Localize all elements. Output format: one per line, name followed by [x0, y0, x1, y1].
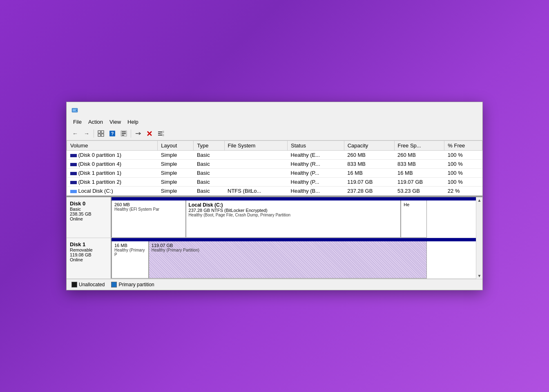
menu-file[interactable]: File: [70, 118, 85, 126]
maximize-button[interactable]: [450, 105, 463, 115]
partition-size: 16 MB: [114, 243, 146, 248]
col-volume[interactable]: Volume: [67, 141, 158, 151]
partition-name: Local Disk (C:): [189, 202, 398, 208]
title-controls: [435, 105, 478, 115]
svg-rect-12: [122, 135, 124, 136]
table-row[interactable]: Local Disk (C:) Simple Basic NTFS (BitLo…: [67, 187, 482, 196]
col-status[interactable]: Status: [288, 141, 344, 151]
disk-type: Removable: [70, 247, 107, 252]
scroll-down-arrow[interactable]: ▼: [477, 273, 482, 279]
menu-action[interactable]: Action: [85, 118, 106, 126]
cell-type: Basic: [194, 187, 224, 196]
cell-capacity: 833 MB: [344, 160, 394, 169]
disk-row-0: Disk 0 Basic 238.35 GB Online260 MB Heal…: [67, 197, 482, 238]
help-button[interactable]: ?: [107, 129, 118, 138]
help-icon: ?: [109, 130, 116, 137]
cell-type: Basic: [194, 151, 224, 160]
cell-free: 833 MB: [394, 160, 444, 169]
disk-header-bar: [112, 197, 482, 200]
table-row[interactable]: (Disk 1 partition 2) Simple Basic Health…: [67, 178, 482, 187]
disk-header-bar: [112, 238, 482, 241]
svg-rect-17: [161, 133, 162, 134]
svg-rect-18: [163, 134, 164, 136]
col-layout[interactable]: Layout: [158, 141, 194, 151]
svg-rect-4: [101, 131, 104, 133]
settings-icon: [158, 130, 164, 137]
menu-view[interactable]: View: [106, 118, 124, 126]
partition-detail: Healthy (Primary P: [114, 248, 146, 257]
toolbar-separator-1: [94, 129, 94, 138]
disk-label-0: Disk 0 Basic 238.35 GB Online: [67, 197, 112, 238]
main-content: Volume Layout Type File System Status Ca…: [67, 140, 482, 290]
col-type[interactable]: Type: [194, 141, 224, 151]
cell-capacity: 119.07 GB: [344, 178, 394, 187]
cell-filesystem: [224, 178, 288, 187]
partition-1-0[interactable]: 16 MB Healthy (Primary P: [112, 241, 149, 278]
cell-capacity: 237.28 GB: [344, 187, 394, 196]
delete-button[interactable]: [144, 129, 155, 138]
cell-pct-free: 100 %: [444, 160, 482, 169]
scroll-up-arrow[interactable]: ▲: [477, 197, 482, 203]
close-button[interactable]: [464, 105, 478, 115]
view-icon: [98, 130, 104, 137]
cell-volume: (Disk 0 partition 4): [67, 160, 158, 169]
legend-unallocated-label: Unallocated: [79, 282, 105, 287]
partition-detail: Healthy (EFI System Par: [114, 207, 183, 212]
partition-0-1[interactable]: Local Disk (C:) 237.28 GB NTFS (BitLocke…: [186, 200, 401, 238]
view-button[interactable]: [96, 129, 106, 138]
properties-button[interactable]: [118, 129, 129, 138]
legend-unallocated-box: [71, 282, 77, 287]
menu-help[interactable]: Help: [124, 118, 142, 126]
cell-status: Healthy (P...: [288, 169, 344, 178]
cell-layout: Simple: [158, 151, 194, 160]
table-row[interactable]: (Disk 0 partition 1) Simple Basic Health…: [67, 151, 482, 160]
disk-row-1: Disk 1 Removable 119.08 GB Online16 MB H…: [67, 238, 482, 279]
disk-area: Disk 0 Basic 238.35 GB Online260 MB Heal…: [67, 196, 482, 279]
legend-primary: Primary partition: [111, 282, 154, 287]
cell-layout: Simple: [158, 160, 194, 169]
disk-management-icon: [71, 107, 78, 114]
legend-primary-label: Primary partition: [118, 282, 154, 287]
svg-text:?: ?: [111, 131, 114, 136]
table-row[interactable]: (Disk 0 partition 4) Simple Basic Health…: [67, 160, 482, 169]
col-pct-free[interactable]: % Free: [444, 141, 482, 151]
cell-pct-free: 100 %: [444, 178, 482, 187]
svg-rect-3: [98, 131, 100, 133]
volume-icon: [70, 154, 77, 157]
cell-pct-free: 100 %: [444, 169, 482, 178]
cell-free: 16 MB: [394, 169, 444, 178]
toolbar: ← → ?: [67, 127, 482, 140]
col-capacity[interactable]: Capacity: [344, 141, 394, 151]
cell-pct-free: 100 %: [444, 151, 482, 160]
cell-status: Healthy (E...: [288, 151, 344, 160]
minimize-button[interactable]: [435, 105, 448, 115]
settings-button[interactable]: [156, 129, 166, 138]
volume-table-wrapper: Volume Layout Type File System Status Ca…: [67, 140, 482, 196]
properties-icon: [121, 130, 127, 137]
disk-name: Disk 1: [70, 241, 107, 247]
cell-capacity: 260 MB: [344, 151, 394, 160]
svg-rect-5: [98, 134, 100, 136]
partition-1-1[interactable]: 119.07 GB Healthy (Primary Partition): [149, 241, 427, 278]
toolbar-separator-2: [131, 129, 131, 138]
col-free[interactable]: Free Sp...: [394, 141, 444, 151]
forward-button[interactable]: →: [81, 129, 92, 138]
connect-icon: [135, 130, 141, 137]
partition-detail: Healthy (Primary Partition): [152, 248, 424, 252]
disk-type: Basic: [70, 207, 107, 212]
back-button[interactable]: ←: [70, 129, 80, 138]
disk-scrollbar[interactable]: ▲ ▼: [476, 197, 482, 279]
partition-0-2[interactable]: He: [401, 200, 427, 238]
cell-pct-free: 22 %: [444, 187, 482, 196]
cell-type: Basic: [194, 169, 224, 178]
menu-bar: File Action View Help: [67, 117, 482, 127]
volume-table: Volume Layout Type File System Status Ca…: [67, 140, 482, 196]
table-row[interactable]: (Disk 1 partition 1) Simple Basic Health…: [67, 169, 482, 178]
disk-partitions-1: 16 MB Healthy (Primary P119.07 GB Health…: [112, 238, 482, 278]
volume-icon: [70, 181, 77, 184]
cell-filesystem: NTFS (BitLo...: [224, 187, 288, 196]
disk-size: 238.35 GB: [70, 212, 107, 216]
col-filesystem[interactable]: File System: [224, 141, 288, 151]
partition-0-0[interactable]: 260 MB Healthy (EFI System Par: [112, 200, 186, 238]
connect-button[interactable]: [133, 129, 143, 138]
